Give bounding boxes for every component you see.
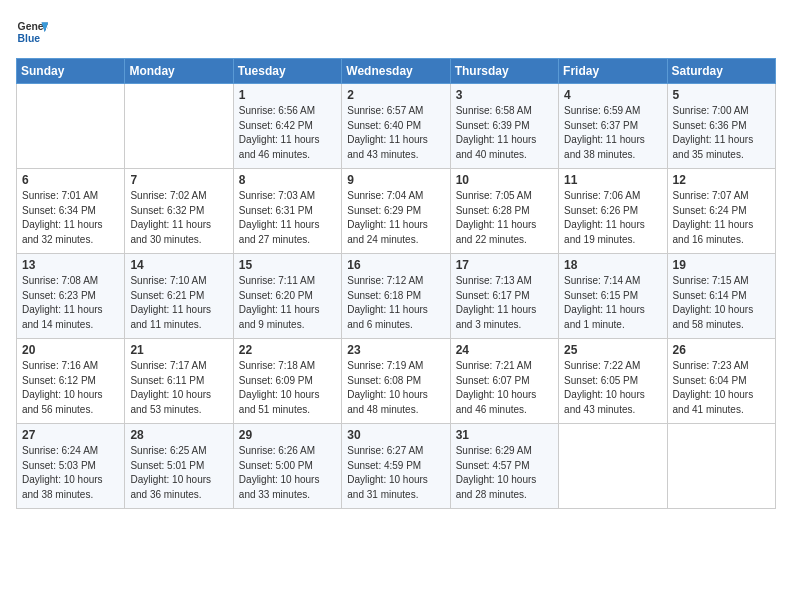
- day-info: Sunrise: 7:00 AMSunset: 6:36 PMDaylight:…: [673, 104, 770, 162]
- day-number: 26: [673, 343, 770, 357]
- day-info: Sunrise: 7:17 AMSunset: 6:11 PMDaylight:…: [130, 359, 227, 417]
- logo-icon: General Blue: [16, 16, 48, 48]
- day-info: Sunrise: 6:25 AMSunset: 5:01 PMDaylight:…: [130, 444, 227, 502]
- calendar-cell: 9Sunrise: 7:04 AMSunset: 6:29 PMDaylight…: [342, 169, 450, 254]
- day-info: Sunrise: 7:13 AMSunset: 6:17 PMDaylight:…: [456, 274, 553, 332]
- day-number: 30: [347, 428, 444, 442]
- calendar-cell: 17Sunrise: 7:13 AMSunset: 6:17 PMDayligh…: [450, 254, 558, 339]
- day-info: Sunrise: 6:29 AMSunset: 4:57 PMDaylight:…: [456, 444, 553, 502]
- calendar-cell: 5Sunrise: 7:00 AMSunset: 6:36 PMDaylight…: [667, 84, 775, 169]
- day-info: Sunrise: 7:22 AMSunset: 6:05 PMDaylight:…: [564, 359, 661, 417]
- day-info: Sunrise: 6:58 AMSunset: 6:39 PMDaylight:…: [456, 104, 553, 162]
- calendar-cell: 1Sunrise: 6:56 AMSunset: 6:42 PMDaylight…: [233, 84, 341, 169]
- day-number: 21: [130, 343, 227, 357]
- calendar-cell: 18Sunrise: 7:14 AMSunset: 6:15 PMDayligh…: [559, 254, 667, 339]
- day-number: 5: [673, 88, 770, 102]
- day-info: Sunrise: 6:57 AMSunset: 6:40 PMDaylight:…: [347, 104, 444, 162]
- calendar-week-row: 20Sunrise: 7:16 AMSunset: 6:12 PMDayligh…: [17, 339, 776, 424]
- calendar-cell: [17, 84, 125, 169]
- day-info: Sunrise: 7:06 AMSunset: 6:26 PMDaylight:…: [564, 189, 661, 247]
- day-info: Sunrise: 7:18 AMSunset: 6:09 PMDaylight:…: [239, 359, 336, 417]
- header-day-saturday: Saturday: [667, 59, 775, 84]
- day-number: 24: [456, 343, 553, 357]
- day-info: Sunrise: 7:16 AMSunset: 6:12 PMDaylight:…: [22, 359, 119, 417]
- day-number: 31: [456, 428, 553, 442]
- calendar-cell: 12Sunrise: 7:07 AMSunset: 6:24 PMDayligh…: [667, 169, 775, 254]
- calendar-week-row: 6Sunrise: 7:01 AMSunset: 6:34 PMDaylight…: [17, 169, 776, 254]
- page-header: General Blue: [16, 16, 776, 48]
- day-number: 15: [239, 258, 336, 272]
- calendar-cell: 10Sunrise: 7:05 AMSunset: 6:28 PMDayligh…: [450, 169, 558, 254]
- day-info: Sunrise: 7:04 AMSunset: 6:29 PMDaylight:…: [347, 189, 444, 247]
- calendar-cell: 8Sunrise: 7:03 AMSunset: 6:31 PMDaylight…: [233, 169, 341, 254]
- calendar-cell: 16Sunrise: 7:12 AMSunset: 6:18 PMDayligh…: [342, 254, 450, 339]
- day-info: Sunrise: 6:27 AMSunset: 4:59 PMDaylight:…: [347, 444, 444, 502]
- day-number: 10: [456, 173, 553, 187]
- calendar-cell: 23Sunrise: 7:19 AMSunset: 6:08 PMDayligh…: [342, 339, 450, 424]
- calendar-cell: 21Sunrise: 7:17 AMSunset: 6:11 PMDayligh…: [125, 339, 233, 424]
- day-number: 17: [456, 258, 553, 272]
- day-info: Sunrise: 7:08 AMSunset: 6:23 PMDaylight:…: [22, 274, 119, 332]
- header-day-tuesday: Tuesday: [233, 59, 341, 84]
- calendar-cell: 19Sunrise: 7:15 AMSunset: 6:14 PMDayligh…: [667, 254, 775, 339]
- calendar-cell: 6Sunrise: 7:01 AMSunset: 6:34 PMDaylight…: [17, 169, 125, 254]
- day-info: Sunrise: 7:07 AMSunset: 6:24 PMDaylight:…: [673, 189, 770, 247]
- calendar-cell: 13Sunrise: 7:08 AMSunset: 6:23 PMDayligh…: [17, 254, 125, 339]
- calendar-cell: 22Sunrise: 7:18 AMSunset: 6:09 PMDayligh…: [233, 339, 341, 424]
- calendar-cell: [559, 424, 667, 509]
- day-info: Sunrise: 7:23 AMSunset: 6:04 PMDaylight:…: [673, 359, 770, 417]
- day-number: 25: [564, 343, 661, 357]
- svg-text:Blue: Blue: [18, 33, 41, 44]
- calendar-week-row: 27Sunrise: 6:24 AMSunset: 5:03 PMDayligh…: [17, 424, 776, 509]
- calendar-cell: 27Sunrise: 6:24 AMSunset: 5:03 PMDayligh…: [17, 424, 125, 509]
- calendar-week-row: 1Sunrise: 6:56 AMSunset: 6:42 PMDaylight…: [17, 84, 776, 169]
- day-number: 4: [564, 88, 661, 102]
- day-number: 27: [22, 428, 119, 442]
- day-number: 23: [347, 343, 444, 357]
- calendar-cell: 2Sunrise: 6:57 AMSunset: 6:40 PMDaylight…: [342, 84, 450, 169]
- calendar-cell: 15Sunrise: 7:11 AMSunset: 6:20 PMDayligh…: [233, 254, 341, 339]
- header-day-thursday: Thursday: [450, 59, 558, 84]
- day-info: Sunrise: 7:21 AMSunset: 6:07 PMDaylight:…: [456, 359, 553, 417]
- calendar-cell: 7Sunrise: 7:02 AMSunset: 6:32 PMDaylight…: [125, 169, 233, 254]
- calendar-week-row: 13Sunrise: 7:08 AMSunset: 6:23 PMDayligh…: [17, 254, 776, 339]
- day-number: 14: [130, 258, 227, 272]
- day-number: 1: [239, 88, 336, 102]
- day-number: 16: [347, 258, 444, 272]
- day-info: Sunrise: 7:15 AMSunset: 6:14 PMDaylight:…: [673, 274, 770, 332]
- day-number: 6: [22, 173, 119, 187]
- header-day-friday: Friday: [559, 59, 667, 84]
- day-info: Sunrise: 7:12 AMSunset: 6:18 PMDaylight:…: [347, 274, 444, 332]
- day-number: 29: [239, 428, 336, 442]
- day-number: 28: [130, 428, 227, 442]
- day-info: Sunrise: 6:24 AMSunset: 5:03 PMDaylight:…: [22, 444, 119, 502]
- day-info: Sunrise: 6:59 AMSunset: 6:37 PMDaylight:…: [564, 104, 661, 162]
- day-info: Sunrise: 7:19 AMSunset: 6:08 PMDaylight:…: [347, 359, 444, 417]
- day-info: Sunrise: 7:11 AMSunset: 6:20 PMDaylight:…: [239, 274, 336, 332]
- calendar-cell: 28Sunrise: 6:25 AMSunset: 5:01 PMDayligh…: [125, 424, 233, 509]
- header-day-wednesday: Wednesday: [342, 59, 450, 84]
- day-number: 3: [456, 88, 553, 102]
- calendar-cell: 31Sunrise: 6:29 AMSunset: 4:57 PMDayligh…: [450, 424, 558, 509]
- calendar-cell: 11Sunrise: 7:06 AMSunset: 6:26 PMDayligh…: [559, 169, 667, 254]
- day-number: 8: [239, 173, 336, 187]
- day-number: 19: [673, 258, 770, 272]
- day-number: 11: [564, 173, 661, 187]
- header-day-monday: Monday: [125, 59, 233, 84]
- day-number: 20: [22, 343, 119, 357]
- day-number: 13: [22, 258, 119, 272]
- calendar-cell: 3Sunrise: 6:58 AMSunset: 6:39 PMDaylight…: [450, 84, 558, 169]
- day-number: 7: [130, 173, 227, 187]
- day-info: Sunrise: 7:02 AMSunset: 6:32 PMDaylight:…: [130, 189, 227, 247]
- day-number: 2: [347, 88, 444, 102]
- calendar-cell: 25Sunrise: 7:22 AMSunset: 6:05 PMDayligh…: [559, 339, 667, 424]
- day-number: 9: [347, 173, 444, 187]
- calendar-cell: 29Sunrise: 6:26 AMSunset: 5:00 PMDayligh…: [233, 424, 341, 509]
- day-info: Sunrise: 7:01 AMSunset: 6:34 PMDaylight:…: [22, 189, 119, 247]
- calendar-cell: 20Sunrise: 7:16 AMSunset: 6:12 PMDayligh…: [17, 339, 125, 424]
- header-day-sunday: Sunday: [17, 59, 125, 84]
- calendar-cell: 14Sunrise: 7:10 AMSunset: 6:21 PMDayligh…: [125, 254, 233, 339]
- calendar-cell: 4Sunrise: 6:59 AMSunset: 6:37 PMDaylight…: [559, 84, 667, 169]
- day-info: Sunrise: 6:26 AMSunset: 5:00 PMDaylight:…: [239, 444, 336, 502]
- calendar-cell: [125, 84, 233, 169]
